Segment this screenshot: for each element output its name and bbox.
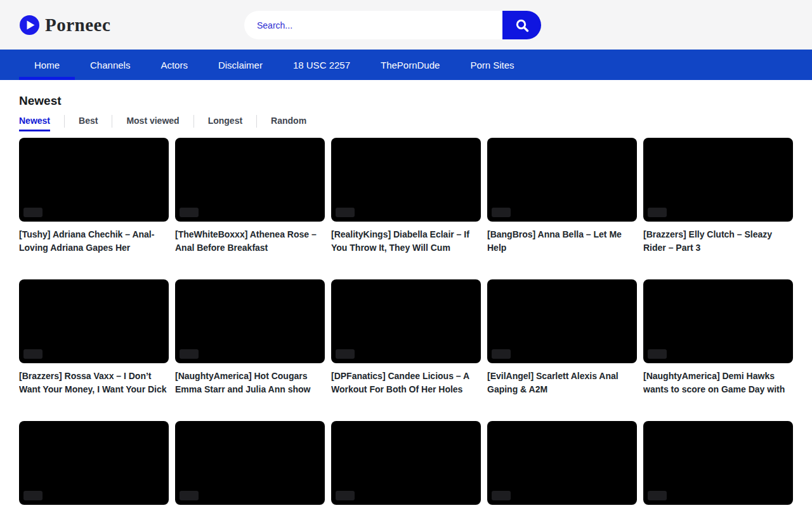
video-card[interactable] (19, 421, 169, 508)
video-title[interactable]: [NaughtyAmerica] Hot Cougars Emma Starr … (175, 370, 325, 396)
nav-item-actors[interactable]: Actors (145, 50, 203, 80)
video-title[interactable]: [NaughtyAmerica] Demi Hawks wants to sco… (643, 370, 793, 396)
site-logo[interactable]: Porneec (20, 15, 110, 36)
duration-badge (23, 491, 43, 500)
video-card[interactable]: [RealityKings] Diabella Eclair – If You … (331, 138, 481, 255)
nav-item-channels[interactable]: Channels (75, 50, 145, 80)
video-thumbnail[interactable] (175, 138, 325, 222)
video-card[interactable]: [Brazzers] Elly Clutch – Sleazy Rider – … (643, 138, 793, 255)
video-thumbnail[interactable] (487, 279, 637, 363)
sort-tabs: Newest Best Most viewed Longest Random (19, 114, 793, 131)
play-circle-icon (20, 15, 39, 35)
video-thumbnail[interactable] (331, 279, 481, 363)
video-thumbnail[interactable] (175, 421, 325, 505)
duration-badge (492, 349, 511, 359)
duration-badge (648, 491, 667, 500)
video-card[interactable]: [BangBros] Anna Bella – Let Me Help (487, 138, 637, 255)
tab-separator (64, 115, 65, 128)
main-content: Newest Newest Best Most viewed Longest R… (0, 94, 812, 508)
video-grid: [Tushy] Adriana Chechik – Anal-Loving Ad… (19, 138, 793, 508)
tab-separator (256, 115, 257, 128)
video-thumbnail[interactable] (643, 279, 793, 363)
video-thumbnail[interactable] (643, 421, 793, 505)
duration-badge (336, 208, 355, 217)
nav-item-disclaimer[interactable]: Disclaimer (203, 50, 278, 80)
duration-badge (23, 208, 43, 217)
video-title[interactable]: [Tushy] Adriana Chechik – Anal-Loving Ad… (19, 228, 169, 255)
duration-badge (492, 491, 511, 500)
video-card[interactable]: [Tushy] Adriana Chechik – Anal-Loving Ad… (19, 138, 169, 255)
duration-badge (23, 349, 43, 359)
tab-newest[interactable]: Newest (19, 114, 50, 131)
video-thumbnail[interactable] (487, 138, 637, 222)
video-title[interactable]: [TheWhiteBoxxx] Athenea Rose – Anal Befo… (175, 228, 325, 255)
video-title[interactable]: [Brazzers] Rossa Vaxx – I Don’t Want You… (19, 370, 169, 396)
nav-item-porn-sites[interactable]: Porn Sites (455, 50, 529, 80)
duration-badge (336, 491, 355, 500)
logo-text: Porneec (45, 15, 110, 36)
tab-random[interactable]: Random (271, 114, 306, 131)
main-nav: Home Channels Actors Disclaimer 18 USC 2… (0, 50, 812, 80)
search-bar (244, 11, 541, 39)
page-title: Newest (19, 94, 793, 108)
video-card[interactable]: [DPFanatics] Candee Licious – A Workout … (331, 279, 481, 396)
video-thumbnail[interactable] (643, 138, 793, 222)
search-input[interactable] (244, 11, 502, 39)
video-card[interactable] (175, 421, 325, 508)
video-thumbnail[interactable] (19, 279, 169, 363)
video-thumbnail[interactable] (487, 421, 637, 505)
video-title[interactable]: [DPFanatics] Candee Licious – A Workout … (331, 370, 481, 396)
duration-badge (492, 208, 511, 217)
tab-best[interactable]: Best (79, 114, 98, 131)
duration-badge (180, 491, 199, 500)
video-thumbnail[interactable] (331, 421, 481, 505)
video-card[interactable]: [NaughtyAmerica] Hot Cougars Emma Starr … (175, 279, 325, 396)
video-thumbnail[interactable] (19, 421, 169, 505)
duration-badge (336, 349, 355, 359)
duration-badge (180, 208, 199, 217)
nav-item-18-usc-2257[interactable]: 18 USC 2257 (278, 50, 365, 80)
video-title[interactable]: [Brazzers] Elly Clutch – Sleazy Rider – … (643, 228, 793, 255)
video-thumbnail[interactable] (19, 138, 169, 222)
video-thumbnail[interactable] (331, 138, 481, 222)
video-thumbnail[interactable] (175, 279, 325, 363)
video-card[interactable] (643, 421, 793, 508)
video-card[interactable]: [EvilAngel] Scarlett Alexis Anal Gaping … (487, 279, 637, 396)
tab-longest[interactable]: Longest (208, 114, 242, 131)
duration-badge (180, 349, 199, 359)
video-title[interactable]: [RealityKings] Diabella Eclair – If You … (331, 228, 481, 255)
video-title[interactable]: [BangBros] Anna Bella – Let Me Help (487, 228, 637, 255)
nav-item-theporndude[interactable]: ThePornDude (365, 50, 455, 80)
duration-badge (648, 208, 667, 217)
duration-badge (648, 349, 667, 359)
video-card[interactable] (487, 421, 637, 508)
nav-item-home[interactable]: Home (19, 50, 75, 80)
video-card[interactable]: [Brazzers] Rossa Vaxx – I Don’t Want You… (19, 279, 169, 396)
tab-separator (193, 115, 194, 128)
video-card[interactable]: [NaughtyAmerica] Demi Hawks wants to sco… (643, 279, 793, 396)
tab-most-viewed[interactable]: Most viewed (126, 114, 179, 131)
video-title[interactable]: [EvilAngel] Scarlett Alexis Anal Gaping … (487, 370, 637, 396)
site-header: Porneec (0, 0, 812, 50)
video-card[interactable]: [TheWhiteBoxxx] Athenea Rose – Anal Befo… (175, 138, 325, 255)
tab-separator (112, 115, 112, 128)
video-card[interactable] (331, 421, 481, 508)
search-icon (514, 18, 530, 33)
search-button[interactable] (502, 11, 541, 39)
